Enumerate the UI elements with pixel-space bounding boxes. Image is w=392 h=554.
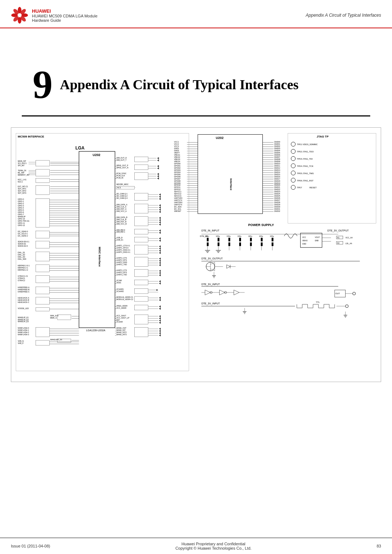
svg-text:MODULE_ADDR-C1: MODULE_ADDR-C1 <box>117 296 133 298</box>
logo-text: HUAWEI HUAWEI MC509 CDMA LGA Module Hard… <box>32 8 98 22</box>
svg-text:SIM_CLK_B: SIM_CLK_B <box>117 219 127 221</box>
svg-rect-531 <box>239 238 241 241</box>
svg-text:SD_CAM-Q-2: SD_CAM-Q-2 <box>117 195 128 197</box>
svg-text:SCI_RXC1: SCI_RXC1 <box>18 163 26 164</box>
svg-text:DIAL_D2: DIAL_D2 <box>18 254 25 256</box>
svg-text:SDT_INT3: SDT_INT3 <box>18 192 26 194</box>
svg-text:HEADJACK-B: HEADJACK-B <box>18 299 29 301</box>
svg-text:UART2_RTS: UART2_RTS <box>117 259 127 261</box>
svg-marker-146 <box>157 167 159 169</box>
svg-text:VREA_ADDR: VREA_ADDR <box>117 305 128 307</box>
svg-text:HANDFREE-A: HANDFREE-A <box>18 287 30 288</box>
svg-text:SDVCC2: SDVCC2 <box>174 193 181 195</box>
svg-marker-175 <box>159 198 161 200</box>
svg-text:SDVCC1: SDVCC1 <box>174 191 181 193</box>
svg-point-511 <box>291 156 295 161</box>
svg-text:I2C_SDA0-2: I2C_SDA0-2 <box>18 235 28 237</box>
svg-text:VBATT: VBATT <box>174 152 180 154</box>
svg-text:WAKE_INT2: WAKE_INT2 <box>117 332 127 333</box>
svg-text:I2C_SCL0-1: I2C_SCL0-1 <box>18 233 28 235</box>
svg-text:RESET: RESET <box>310 186 317 189</box>
svg-text:I2C_SCL: I2C_SCL <box>174 208 181 210</box>
svg-point-509 <box>291 149 295 153</box>
svg-text:WAKEUP_E1: WAKEUP_E1 <box>18 317 29 319</box>
svg-rect-533 <box>250 238 252 241</box>
svg-text:MDMRST_INT: MDMRST_INT <box>18 174 29 176</box>
svg-marker-209 <box>159 223 161 226</box>
svg-text:TP05  JTAG_TMS: TP05 JTAG_TMS <box>297 172 314 175</box>
svg-text:USB_D-: USB_D- <box>117 237 123 239</box>
svg-text:UART1_RXD-0-1: UART1_RXD-0-1 <box>117 251 130 253</box>
svg-text:SDT_INT2: SDT_INT2 <box>18 190 26 192</box>
svg-rect-314 <box>57 315 71 320</box>
svg-text:EXT_INT-C1: EXT_INT-C1 <box>18 186 28 188</box>
svg-text:SIM_DATA_B: SIM_DATA_B <box>117 217 128 218</box>
svg-text:NCS: NCS <box>117 187 121 189</box>
svg-rect-525 <box>207 238 209 241</box>
svg-text:GPIO03: GPIO03 <box>174 169 180 171</box>
svg-rect-142 <box>134 165 148 170</box>
svg-text:WAKEUP: WAKEUP <box>18 216 26 218</box>
svg-text:UART1TX: UART1TX <box>174 200 182 201</box>
svg-marker-309 <box>159 308 161 310</box>
svg-text:ML_INP: ML_INP <box>18 172 25 174</box>
svg-marker-365 <box>159 334 161 336</box>
svg-text:GND05: GND05 <box>274 152 280 154</box>
svg-rect-223 <box>134 237 148 242</box>
huawei-logo-icon <box>11 7 28 24</box>
svg-text:SIM_RST_A: SIM_RST_A <box>117 208 127 210</box>
svg-text:100u: 100u <box>270 235 274 237</box>
svg-text:ENB: ENB <box>315 240 319 242</box>
svg-rect-184 <box>134 204 148 213</box>
svg-text:BAT: BAT <box>117 319 120 321</box>
svg-rect-538 <box>271 242 273 246</box>
svg-marker-218 <box>159 231 161 234</box>
svg-marker-259 <box>159 260 161 262</box>
svg-point-507 <box>291 142 295 146</box>
svg-text:VDD1: VDD1 <box>117 282 121 284</box>
svg-marker-282 <box>159 280 161 282</box>
svg-text:VBIAS: VBIAS <box>302 240 308 242</box>
svg-text:POWER SUPPLY: POWER SUPPLY <box>248 223 274 227</box>
svg-text:GPIO-12: GPIO-12 <box>18 225 25 226</box>
svg-rect-527 <box>218 238 220 241</box>
logo-area: HUAWEI HUAWEI MC509 CDMA LGA Module Hard… <box>11 7 98 24</box>
svg-text:SIM_DATA_A: SIM_DATA_A <box>117 204 128 206</box>
svg-rect-85 <box>36 241 50 248</box>
svg-text:GPIO-1: GPIO-1 <box>18 201 24 202</box>
svg-text:100u: 100u <box>259 235 263 237</box>
svg-marker-192 <box>159 211 161 213</box>
svg-rect-296 <box>134 296 148 301</box>
svg-marker-191 <box>159 209 161 211</box>
svg-text:GND20: GND20 <box>274 184 280 186</box>
svg-rect-11 <box>79 151 115 328</box>
svg-text:VREG1: VREG1 <box>174 154 180 156</box>
svg-text:SDIO0-D2-0: SDIO0-D2-0 <box>18 245 28 247</box>
page-footer: Issue 01 (2011-04-08) Huawei Proprietary… <box>0 538 392 554</box>
svg-marker-244 <box>159 252 161 254</box>
svg-text:WAKEUP_E3: WAKEUP_E3 <box>18 321 29 323</box>
svg-text:UART1_RXD-0-1: UART1_RXD-0-1 <box>117 249 130 251</box>
svg-text:GND26: GND26 <box>274 197 280 199</box>
svg-text:TP01  VDD3_SDMMC: TP01 VDD3_SDMMC <box>297 143 318 145</box>
svg-text:MC509 INTERFACE: MC509 INTERFACE <box>18 135 44 138</box>
svg-rect-29 <box>36 169 50 176</box>
svg-rect-8 <box>16 134 189 371</box>
header-page-title: Appendix A Circuit of Typical Interfaces <box>98 13 381 18</box>
svg-marker-299 <box>159 297 161 299</box>
svg-marker-597 <box>219 290 225 295</box>
svg-text:SPKE_OUT_P: SPKE_OUT_P <box>117 165 128 167</box>
svg-text:NCC1: NCC1 <box>18 181 23 183</box>
svg-marker-346 <box>159 317 161 320</box>
svg-marker-207 <box>159 219 161 221</box>
svg-text:GND29: GND29 <box>274 204 280 206</box>
svg-text:GND28: GND28 <box>274 202 280 204</box>
svg-text:GND32: GND32 <box>274 210 280 212</box>
svg-text:GPIO00: GPIO00 <box>174 163 180 165</box>
svg-text:VCC2: VCC2 <box>174 143 179 145</box>
svg-text:VCAM: VCAM <box>117 280 122 282</box>
svg-rect-78 <box>36 231 50 238</box>
svg-marker-243 <box>159 250 161 252</box>
svg-rect-530 <box>228 242 230 246</box>
svg-marker-208 <box>159 221 161 223</box>
